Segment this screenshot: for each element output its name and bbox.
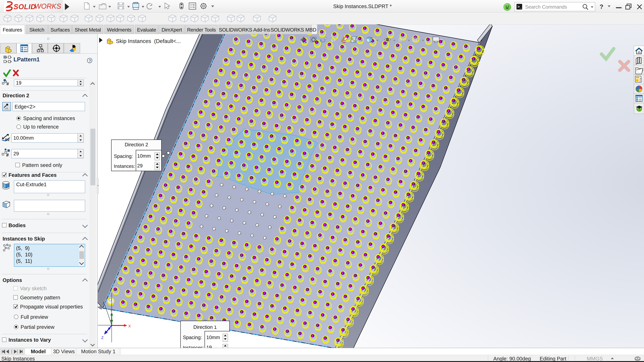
svg-text:X: X [128,324,131,328]
svg-text:#: # [6,81,9,86]
svg-text:WORKS: WORKS [34,2,61,10]
svg-text:SOLID: SOLID [14,3,36,11]
svg-text:Z: Z [101,336,104,340]
svg-text:D2: D2 [5,138,10,141]
svg-text:Y: Y [110,308,112,312]
svg-text:#: # [6,152,9,157]
